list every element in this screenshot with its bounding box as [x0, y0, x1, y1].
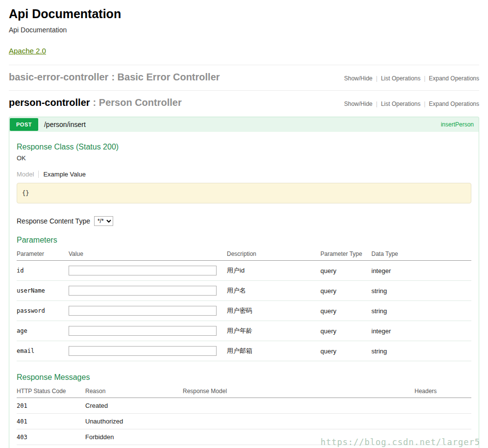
parameter-row: email 用户邮箱 query string	[17, 341, 471, 361]
parameter-password-input[interactable]	[69, 306, 217, 316]
status-code: 403	[17, 429, 85, 445]
col-headers: Headers	[415, 385, 471, 398]
response-content-type-label: Response Content Type	[17, 217, 90, 225]
status-reason: Unauthorized	[85, 414, 183, 429]
parameter-data-type: integer	[371, 321, 471, 341]
operation-nickname-link[interactable]: insertPerson	[441, 121, 474, 128]
parameter-name: id	[17, 261, 69, 281]
parameter-row: password 用户密码 query string	[17, 301, 471, 321]
parameter-username-input[interactable]	[69, 286, 217, 296]
status-code: 404	[17, 445, 85, 448]
parameter-age-input[interactable]	[69, 326, 217, 336]
operation-post-person-insert: POST /person/insert insertPerson Respons…	[9, 117, 479, 448]
expand-operations-link[interactable]: Expand Operations	[429, 100, 479, 107]
license-link[interactable]: Apache 2.0	[9, 47, 46, 55]
parameter-name: age	[17, 321, 69, 341]
col-description: Description	[227, 248, 320, 261]
operation-content: Response Class (Status 200) OK Model Exa…	[9, 132, 479, 448]
response-model-cell	[183, 445, 415, 448]
controller-actions: Show/Hide|List Operations|Expand Operati…	[344, 75, 479, 82]
parameter-description: 用户密码	[227, 301, 320, 321]
swagger-page: Api Documentation Api Documentation Apac…	[0, 0, 488, 448]
expand-operations-link[interactable]: Expand Operations	[429, 75, 479, 82]
page-subtitle: Api Documentation	[9, 26, 479, 34]
status-code: 201	[17, 398, 85, 414]
show-hide-link[interactable]: Show/Hide	[344, 75, 372, 82]
example-value-box: {}	[17, 183, 471, 203]
response-model-cell	[183, 429, 415, 445]
parameter-name: userName	[17, 281, 69, 301]
parameters-table: Parameter Value Description Parameter Ty…	[17, 248, 471, 361]
message-row: 401 Unauthorized	[17, 414, 471, 429]
parameter-email-input[interactable]	[69, 346, 217, 356]
controller-title: person-controller: Person Controller	[9, 97, 182, 108]
parameter-type: query	[320, 261, 371, 281]
headers-cell	[415, 429, 471, 445]
list-operations-link[interactable]: List Operations	[381, 75, 420, 82]
message-row: 403 Forbidden	[17, 429, 471, 445]
col-reason: Reason	[85, 385, 183, 398]
controller-row-basic-error: basic-error-controller: Basic Error Cont…	[9, 65, 479, 90]
col-parameter: Parameter	[17, 248, 69, 261]
response-messages-heading: Response Messages	[17, 373, 471, 382]
operation-header[interactable]: POST /person/insert insertPerson	[9, 117, 479, 132]
controller-actions: Show/Hide|List Operations|Expand Operati…	[344, 100, 479, 107]
response-content-type-select[interactable]: */*	[94, 216, 113, 226]
parameters-heading: Parameters	[17, 236, 471, 245]
headers-cell	[415, 398, 471, 414]
controller-name-link[interactable]: basic-error-controller	[9, 72, 108, 82]
parameter-type: query	[320, 321, 371, 341]
status-reason: Forbidden	[85, 429, 183, 445]
status-reason: Not Found	[85, 445, 183, 448]
tab-example-value[interactable]: Example Value	[38, 171, 85, 178]
show-hide-link[interactable]: Show/Hide	[344, 100, 372, 107]
col-response-model: Response Model	[183, 385, 415, 398]
parameter-type: query	[320, 341, 371, 361]
message-row: 404 Not Found	[17, 445, 471, 448]
parameter-row: age 用户年龄 query integer	[17, 321, 471, 341]
headers-cell	[415, 445, 471, 448]
operation-path-link[interactable]: /person/insert	[44, 121, 86, 128]
col-http-status-code: HTTP Status Code	[17, 385, 85, 398]
parameter-data-type: string	[371, 281, 471, 301]
parameter-data-type: string	[371, 301, 471, 321]
parameter-name: email	[17, 341, 69, 361]
parameter-description: 用户名	[227, 281, 320, 301]
response-class-heading: Response Class (Status 200)	[17, 143, 471, 151]
status-reason: Created	[85, 398, 183, 414]
http-method-badge: POST	[10, 118, 38, 131]
message-row: 201 Created	[17, 398, 471, 414]
link-separator: |	[376, 75, 377, 82]
controller-description: : Basic Error Controller	[111, 72, 220, 82]
signature-tabs: Model Example Value	[17, 171, 471, 178]
parameter-type: query	[320, 301, 371, 321]
parameter-id-input[interactable]	[69, 266, 217, 275]
controller-row-person: person-controller: Person Controller Sho…	[9, 91, 479, 116]
response-model-cell	[183, 414, 415, 429]
headers-cell	[415, 414, 471, 429]
page-title: Api Documentation	[9, 7, 479, 21]
parameter-row: userName 用户名 query string	[17, 281, 471, 301]
parameter-data-type: integer	[371, 261, 471, 281]
parameter-data-type: string	[371, 341, 471, 361]
status-code: 401	[17, 414, 85, 429]
parameter-description: 用户id	[227, 261, 320, 281]
link-separator: |	[424, 75, 425, 82]
response-messages-table: HTTP Status Code Reason Response Model H…	[17, 385, 471, 448]
col-value: Value	[69, 248, 227, 261]
col-parameter-type: Parameter Type	[320, 248, 371, 261]
parameter-type: query	[320, 281, 371, 301]
messages-header-row: HTTP Status Code Reason Response Model H…	[17, 385, 471, 398]
response-model-cell	[183, 398, 415, 414]
parameter-name: password	[17, 301, 69, 321]
controller-name-link[interactable]: person-controller	[9, 97, 90, 108]
list-operations-link[interactable]: List Operations	[381, 100, 420, 107]
parameter-description: 用户邮箱	[227, 341, 320, 361]
col-data-type: Data Type	[371, 248, 471, 261]
parameter-description: 用户年龄	[227, 321, 320, 341]
response-class-value: OK	[17, 154, 471, 162]
tab-model[interactable]: Model	[17, 171, 34, 178]
controller-description: : Person Controller	[93, 97, 182, 108]
response-content-type-row: Response Content Type */*	[17, 216, 471, 226]
controller-title: basic-error-controller: Basic Error Cont…	[9, 72, 220, 83]
